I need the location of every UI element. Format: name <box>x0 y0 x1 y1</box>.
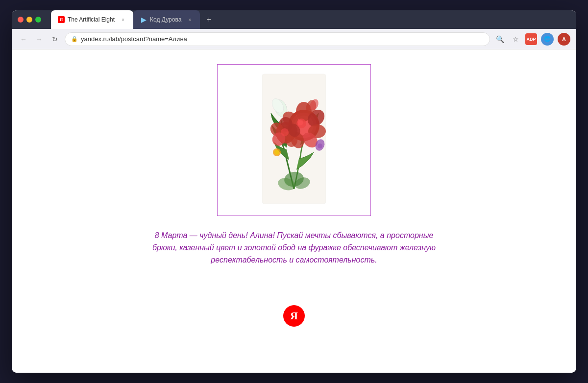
flower-image <box>247 72 341 209</box>
minimize-button[interactable] <box>26 17 32 23</box>
postcard <box>217 64 371 216</box>
greeting-text: 8 Марта — чудный день! Алина! Пускай меч… <box>147 230 441 266</box>
extension-avatar[interactable]: 🌐 <box>541 33 554 46</box>
tab-favicon-kod: ▶ <box>140 16 147 23</box>
back-button[interactable]: ← <box>18 33 29 45</box>
new-tab-button[interactable]: + <box>202 13 216 26</box>
titlebar: Я The Artificial Eight × ▶ Код Дурова × … <box>12 10 576 29</box>
forward-button[interactable]: → <box>33 33 45 45</box>
address-field[interactable]: 🔒 yandex.ru/lab/postcard?name=Алина <box>65 32 490 46</box>
bookmark-icon[interactable]: ☆ <box>510 33 521 45</box>
svg-point-27 <box>318 144 322 148</box>
yandex-logo-letter: Я <box>290 310 298 322</box>
tab-close-kod-durova[interactable]: × <box>186 16 193 23</box>
forward-icon: → <box>36 35 43 43</box>
tab-artificial-eight[interactable]: Я The Artificial Eight × <box>51 10 133 29</box>
svg-point-14 <box>297 120 303 125</box>
maximize-button[interactable] <box>35 17 41 23</box>
tab-bar: Я The Artificial Eight × ▶ Код Дурова × … <box>51 10 216 29</box>
search-icon[interactable]: 🔍 <box>494 33 506 45</box>
adblock-button[interactable]: ABP <box>525 33 537 45</box>
page-content: 8 Марта — чудный день! Алина! Пускай меч… <box>12 49 576 373</box>
reload-icon: ↻ <box>52 35 58 43</box>
lock-icon: 🔒 <box>71 36 78 42</box>
window-controls <box>18 17 41 23</box>
tab-favicon-yandex: Я <box>58 16 65 23</box>
close-button[interactable] <box>18 17 24 23</box>
tab-label-kod-durova: Код Дурова <box>150 16 181 23</box>
browser-window: Я The Artificial Eight × ▶ Код Дурова × … <box>12 10 576 373</box>
adblock-label: ABP <box>526 37 536 42</box>
reload-button[interactable]: ↻ <box>49 33 61 45</box>
url-text: yandex.ru/lab/postcard?name=Алина <box>81 35 484 43</box>
yandex-footer-logo[interactable]: Я <box>283 305 305 327</box>
toolbar-right: 🔍 ☆ ABP 🌐 А <box>494 33 570 46</box>
tab-label-artificial-eight: The Artificial Eight <box>68 16 115 23</box>
svg-point-25 <box>274 150 279 155</box>
extension-icon: 🌐 <box>544 36 551 42</box>
addressbar: ← → ↻ 🔒 yandex.ru/lab/postcard?name=Алин… <box>12 29 576 49</box>
tab-kod-durova[interactable]: ▶ Код Дурова × <box>133 10 200 29</box>
svg-point-21 <box>281 128 289 136</box>
profile-label: А <box>562 36 566 42</box>
tab-close-artificial-eight[interactable]: × <box>120 16 126 23</box>
profile-avatar[interactable]: А <box>558 33 570 46</box>
back-icon: ← <box>20 35 27 43</box>
